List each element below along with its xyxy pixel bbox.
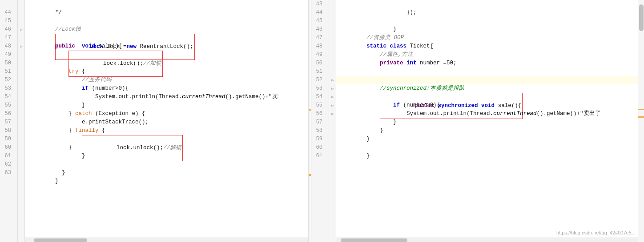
code-line: try { [25, 59, 311, 67]
code-line: } [25, 160, 311, 169]
code-line: public synchronized void sale(){ [336, 84, 638, 93]
code-line: } [336, 143, 638, 152]
code-line: if (number>0){ [336, 93, 638, 101]
watermark: https://blog.csdn.net/qq_42#007e5... [556, 230, 636, 235]
code-line: }); [336, 0, 638, 8]
bookmark-icon[interactable]: ⊳ [329, 93, 336, 101]
code-line: } [25, 93, 311, 101]
code-line: } [336, 127, 638, 135]
code-line [336, 8, 638, 17]
bookmark-icon[interactable]: ⊳ [329, 76, 336, 84]
right-line-numbers: 43 44 45 46 47 48 49 50 51 52 53 54 55 5… [311, 0, 329, 242]
left-panel: 44 45 46 47 48 49 50 51 52 53 54 55 56 5… [0, 0, 311, 242]
code-line [25, 152, 311, 160]
code-line [25, 51, 311, 59]
code-line [336, 152, 638, 160]
code-line: System.out.println(Thread.currentThread(… [336, 101, 638, 110]
right-panel: 43 44 45 46 47 48 49 50 51 52 53 54 55 5… [311, 0, 644, 242]
code-line: private int number =50; [336, 51, 638, 59]
code-line: } [336, 17, 638, 25]
right-v-scrollbar[interactable] [638, 0, 644, 242]
code-line: System.out.println(Thread.currentThread(… [25, 84, 311, 93]
code-line: //资源类 OOP [336, 25, 638, 34]
code-line: } [336, 118, 638, 127]
minimap-marker [638, 116, 644, 118]
code-line: //Lock锁 [25, 17, 311, 25]
code-line: //买票的方式 [336, 67, 638, 76]
code-line: } [25, 135, 311, 143]
code-line: } finally { [25, 118, 311, 127]
code-line: //synchronized:本质就是排队 [336, 76, 638, 84]
bookmark-icon[interactable]: ⊳ [18, 42, 25, 51]
code-line [336, 135, 638, 143]
bookmark-icon[interactable]: ⊳ [329, 110, 336, 118]
bookmark-icon[interactable]: ⊳ [329, 84, 336, 93]
code-line: } [25, 169, 311, 177]
code-line: } catch (Exception e) { [25, 101, 311, 110]
editor-container: 44 45 46 47 48 49 50 51 52 53 54 55 56 5… [0, 0, 644, 242]
bookmark-icon[interactable]: ⊳ [329, 101, 336, 110]
code-line: */ [25, 0, 311, 8]
code-line: public void sale(){ [25, 34, 311, 42]
code-line [25, 8, 311, 17]
left-gutter: ⊳ ⊳ [18, 0, 25, 242]
scrollbar-thumb[interactable] [639, 4, 644, 31]
left-scrollbar-thumb[interactable] [34, 238, 87, 242]
left-h-scrollbar[interactable] [25, 238, 308, 242]
bookmark-icon[interactable]: ⊳ [18, 25, 25, 34]
code-line: if (number>0){ [25, 76, 311, 84]
code-line: Lock lock =new ReentrantLock(); [25, 25, 311, 34]
code-line [336, 59, 638, 67]
code-line: lock.unlock();//解锁 [25, 127, 311, 135]
code-line: static class Ticket{ [336, 34, 638, 42]
right-scrollbar-thumb[interactable] [341, 238, 407, 242]
left-minimap [308, 0, 311, 242]
minimap-marker [638, 109, 644, 110]
left-line-numbers: 44 45 46 47 48 49 50 51 52 53 54 55 56 5… [0, 0, 18, 242]
right-gutter: ⊳ ⊳ ⊳ ⊳ ⊳ [329, 0, 336, 242]
code-line: lock.lock();//加锁 [25, 42, 311, 51]
code-line: //属性,方法 [336, 42, 638, 51]
left-code-area[interactable]: */ //Lock锁 Lock lock =new ReentrantLock(… [25, 0, 311, 242]
right-h-scrollbar[interactable] [336, 238, 638, 242]
minimap-marker [309, 174, 311, 176]
code-line: //业务代码 [25, 67, 311, 76]
minimap-marker [309, 109, 311, 111]
code-line: } [25, 143, 311, 152]
right-code-area[interactable]: }); } //资源类 OOP static class Ticket{ //属… [336, 0, 638, 242]
code-line: e.printStackTrace(); [25, 110, 311, 118]
code-line: } [336, 110, 638, 118]
